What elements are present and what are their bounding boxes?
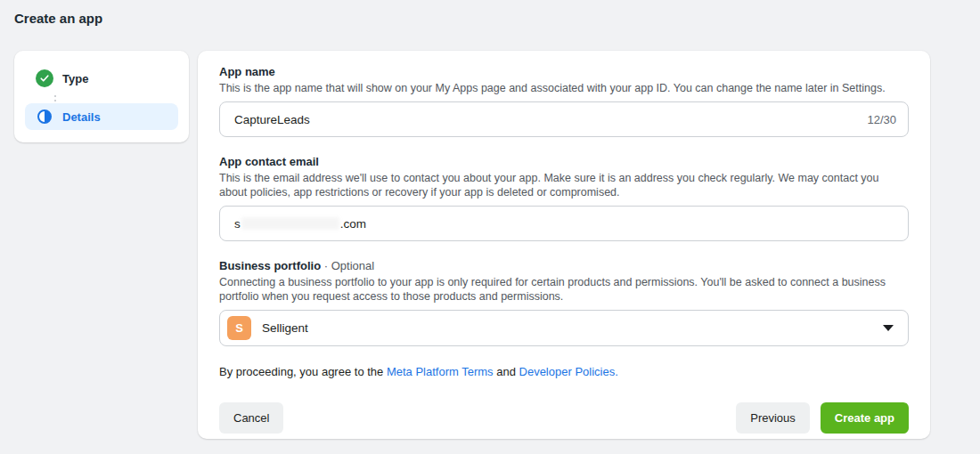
step-connector <box>54 95 178 101</box>
step-details[interactable]: Details <box>25 103 178 130</box>
portfolio-avatar: S <box>227 316 251 340</box>
contact-email-prefix: s <box>234 217 241 231</box>
optional-badge: · Optional <box>324 259 374 272</box>
business-portfolio-label: Business portfolio · Optional <box>219 259 909 273</box>
half-filled-circle-icon <box>37 109 52 124</box>
contact-email-suffix: .com <box>340 217 366 231</box>
redacted-email-text <box>241 217 339 230</box>
terms-middle: and <box>494 365 519 378</box>
business-portfolio-group: Business portfolio · Optional Connecting… <box>219 259 909 346</box>
page-title: Create an app <box>14 11 102 26</box>
developer-policies-link[interactable]: Developer Policies. <box>519 365 618 378</box>
form-actions: Cancel Previous Create app <box>219 402 909 434</box>
chevron-down-icon <box>883 325 894 331</box>
contact-email-group: App contact email This is the email addr… <box>219 155 909 241</box>
create-app-button[interactable]: Create app <box>821 402 909 434</box>
check-circle-icon <box>36 69 53 87</box>
app-name-label: App name <box>219 65 909 79</box>
contact-email-description: This is the email address we'll use to c… <box>219 171 909 199</box>
app-name-input[interactable] <box>219 101 909 137</box>
app-name-description: This is the app name that will show on y… <box>219 81 909 95</box>
app-name-char-counter: 12/30 <box>867 113 896 126</box>
step-type-label: Type <box>62 72 88 85</box>
portfolio-selected-name: Selligent <box>262 321 872 335</box>
business-portfolio-dropdown[interactable]: S Selligent <box>219 310 909 346</box>
stepper-card: Type Details <box>14 51 189 142</box>
terms-text: By proceeding, you agree to the Meta Pla… <box>219 364 909 379</box>
business-portfolio-description: Connecting a business portfolio to your … <box>219 275 909 304</box>
cancel-button[interactable]: Cancel <box>219 402 283 434</box>
contact-email-input[interactable]: s .com <box>219 206 909 241</box>
contact-email-label: App contact email <box>219 155 909 169</box>
app-name-group: App name This is the app name that will … <box>219 65 909 137</box>
previous-button[interactable]: Previous <box>736 402 810 434</box>
create-app-form-card: App name This is the app name that will … <box>198 51 930 439</box>
step-type[interactable]: Type <box>25 63 178 93</box>
meta-platform-terms-link[interactable]: Meta Platform Terms <box>387 365 494 378</box>
step-details-label: Details <box>62 110 101 124</box>
terms-prefix: By proceeding, you agree to the <box>219 365 387 378</box>
